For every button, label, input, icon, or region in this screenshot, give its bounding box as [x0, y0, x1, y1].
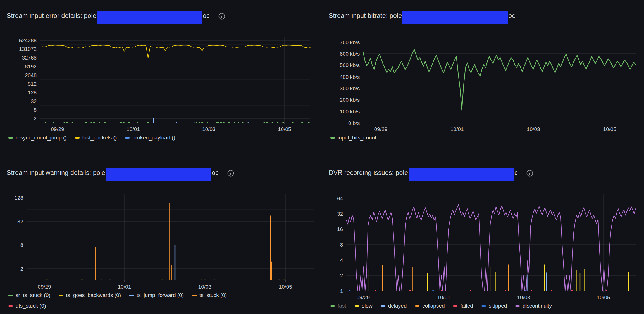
legend-label: slow	[362, 303, 373, 309]
legend-row: sr_ts_stuck (0)ts_goes_backwards (0)ts_j…	[8, 292, 316, 298]
svg-text:10/03: 10/03	[202, 126, 216, 132]
legend-item[interactable]: lost_packets ()	[75, 135, 117, 141]
panel-stream-input-bitrate: Stream input bitrate: poleoc 700 kb/s600…	[322, 0, 644, 157]
chart-canvas[interactable]: 128328209/2910/0110/0310/05	[7, 191, 316, 291]
svg-text:700 kb/s: 700 kb/s	[340, 39, 360, 45]
info-icon[interactable]	[218, 13, 225, 20]
panel-title-text: DVR recording issues: pole	[329, 169, 408, 177]
legend: resync_count_jump ()lost_packets ()broke…	[7, 133, 316, 141]
legend-label: ts_stuck (0)	[199, 292, 227, 298]
chart-stream-input-bitrate[interactable]: 700 kb/s600 kb/s500 kb/s400 kb/s300 kb/s…	[329, 34, 638, 133]
legend-label: resync_count_jump ()	[16, 135, 67, 141]
svg-text:32: 32	[17, 218, 23, 224]
legend-label: discontinuity	[523, 303, 552, 309]
legend-label: lost_packets ()	[82, 135, 117, 141]
legend-row: input_bits_count	[330, 135, 638, 141]
legend-item[interactable]: discontinuity	[515, 303, 552, 309]
legend-item[interactable]: failed	[453, 303, 473, 309]
legend-label: ts_goes_backwards (0)	[66, 292, 121, 298]
info-icon[interactable]	[526, 170, 533, 177]
chart-canvas[interactable]: 5242881310723276881922048512128328209/29…	[7, 34, 316, 133]
legend-color-pill	[8, 305, 13, 307]
svg-text:524288: 524288	[19, 37, 37, 43]
svg-text:8192: 8192	[25, 64, 37, 70]
legend-item[interactable]: ts_jump_forward (0)	[129, 292, 184, 298]
svg-text:10/01: 10/01	[450, 126, 464, 132]
svg-text:4: 4	[340, 257, 343, 263]
panel-title[interactable]: DVR recording issues: polec	[329, 166, 518, 179]
redaction-overlay	[409, 168, 514, 181]
svg-text:10/01: 10/01	[127, 126, 140, 132]
panel-title-suffix: oc	[203, 12, 210, 20]
panel-title-suffix: oc	[508, 12, 515, 20]
svg-text:10/05: 10/05	[278, 126, 291, 132]
legend-label: dts_stuck (0)	[16, 303, 46, 309]
legend-color-pill	[192, 295, 197, 296]
legend-item[interactable]: collapsed	[415, 303, 445, 309]
svg-text:16: 16	[337, 227, 343, 232]
legend-label: collapsed	[422, 303, 445, 309]
svg-text:8: 8	[34, 107, 37, 113]
legend-color-pill	[330, 305, 335, 307]
svg-text:10/03: 10/03	[527, 126, 540, 132]
legend-label: input_bits_count	[338, 135, 376, 141]
svg-text:128: 128	[15, 195, 23, 201]
panel-title[interactable]: Stream input bitrate: poleoc	[329, 9, 515, 22]
panel-title-text: Stream input warning details: pole	[7, 169, 105, 177]
legend-row: fastslowdelayedcollapsedfailedskippeddis…	[330, 303, 638, 309]
svg-text:09/29: 09/29	[38, 284, 51, 290]
legend-label: ts_jump_forward (0)	[137, 292, 184, 298]
svg-text:100 kb/s: 100 kb/s	[340, 109, 360, 115]
legend-color-pill	[355, 305, 359, 307]
svg-text:32: 32	[31, 98, 37, 104]
svg-text:0 b/s: 0 b/s	[348, 120, 360, 126]
legend-label: sr_ts_stuck (0)	[16, 292, 51, 298]
legend-color-pill	[8, 137, 13, 139]
svg-text:300 kb/s: 300 kb/s	[340, 85, 360, 91]
legend-item[interactable]: resync_count_jump ()	[8, 135, 67, 141]
panel-stream-input-error-details: Stream input error details: poleoc 52428…	[0, 0, 322, 157]
legend-item[interactable]: dts_stuck (0)	[8, 303, 46, 309]
panel-header: Stream input warning details: poleoc	[7, 161, 316, 184]
svg-text:10/01: 10/01	[437, 294, 450, 300]
legend-color-pill	[125, 137, 130, 139]
legend-item[interactable]: ts_stuck (0)	[192, 292, 227, 298]
legend-item[interactable]: delayed	[381, 303, 407, 309]
legend-row: dts_stuck (0)	[8, 303, 316, 309]
legend-label: broken_payload ()	[132, 135, 175, 141]
legend-item[interactable]: fast	[330, 303, 346, 309]
svg-text:10/01: 10/01	[118, 284, 131, 290]
chart-canvas[interactable]: 700 kb/s600 kb/s500 kb/s400 kb/s300 kb/s…	[329, 34, 638, 133]
legend-label: skipped	[489, 303, 507, 309]
legend-item[interactable]: slow	[355, 303, 373, 309]
legend-item[interactable]: skipped	[481, 303, 507, 309]
svg-text:10/03: 10/03	[517, 294, 530, 300]
redaction-overlay	[106, 168, 211, 181]
panel-header: DVR recording issues: polec	[329, 161, 638, 184]
chart-canvas[interactable]: 643216842109/2910/0110/0310/05	[329, 191, 638, 301]
legend-color-pill	[515, 305, 520, 307]
svg-text:500 kb/s: 500 kb/s	[340, 62, 360, 68]
svg-text:8: 8	[20, 242, 23, 248]
panel-title[interactable]: Stream input warning details: poleoc	[7, 166, 219, 179]
legend-item[interactable]: input_bits_count	[330, 135, 376, 141]
legend-color-pill	[481, 305, 486, 307]
legend-item[interactable]: broken_payload ()	[125, 135, 175, 141]
svg-text:09/29: 09/29	[374, 126, 388, 132]
svg-text:09/29: 09/29	[51, 126, 64, 132]
svg-text:1: 1	[340, 288, 343, 294]
panel-title-suffix: c	[514, 169, 518, 177]
legend-item[interactable]: ts_goes_backwards (0)	[59, 292, 121, 298]
svg-text:131072: 131072	[19, 46, 37, 52]
svg-text:128: 128	[28, 90, 37, 96]
svg-text:2048: 2048	[25, 72, 37, 78]
chart-dvr-recording-issues[interactable]: 643216842109/2910/0110/0310/05	[329, 191, 638, 301]
chart-stream-input-warning-details[interactable]: 128328209/2910/0110/0310/05	[7, 191, 316, 291]
legend-color-pill	[8, 295, 13, 296]
legend-item[interactable]: sr_ts_stuck (0)	[8, 292, 51, 298]
legend-label: delayed	[388, 303, 407, 309]
chart-stream-input-error-details[interactable]: 5242881310723276881922048512128328209/29…	[7, 34, 316, 133]
panel-title[interactable]: Stream input error details: poleoc	[7, 9, 210, 22]
info-icon[interactable]	[227, 170, 234, 177]
legend-label: failed	[460, 303, 473, 309]
